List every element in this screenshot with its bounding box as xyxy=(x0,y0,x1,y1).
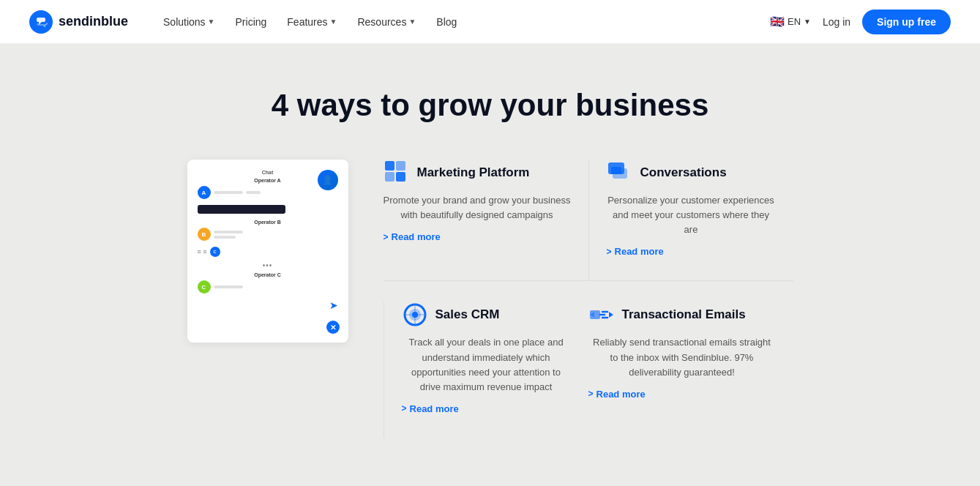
operator-a-section: Operator A A xyxy=(198,178,338,199)
nav-links: Solutions ▼ Pricing Features ▼ Resources… xyxy=(163,16,770,28)
svg-rect-2 xyxy=(396,161,405,171)
chat-lines: ≡ ≡ C xyxy=(198,247,338,257)
marketing-platform-header: Marketing Platform xyxy=(384,160,571,186)
signup-button[interactable]: Sign up free xyxy=(862,10,951,34)
nav-features[interactable]: Features ▼ xyxy=(287,16,337,28)
operator-b-avatar: B xyxy=(198,228,211,241)
marketing-platform-read-more[interactable]: Read more xyxy=(384,231,571,242)
hero-title: 4 ways to grow your business xyxy=(29,88,951,123)
operator-a-line2 xyxy=(246,191,261,194)
operator-c-name: Operator C xyxy=(198,272,338,277)
svg-rect-7 xyxy=(611,167,621,174)
operator-a-row: A xyxy=(198,186,338,199)
feature-transactional-emails: Transactional Emails Reliably send trans… xyxy=(588,302,793,438)
three-dots: ••• xyxy=(198,261,338,269)
send-icon: ➤ xyxy=(198,299,338,311)
sales-crm-title: Sales CRM xyxy=(435,307,500,322)
transactional-emails-read-more[interactable]: Read more xyxy=(588,389,776,400)
chat-illustration: 👤 Chat Operator A A Operator B B xyxy=(187,160,348,343)
chat-label: Chat xyxy=(198,170,338,175)
conversations-desc: Personalize your customer experiences an… xyxy=(607,193,776,237)
operator-a-avatar: A xyxy=(198,186,211,199)
transactional-emails-desc: Reliably send transactional emails strai… xyxy=(588,335,776,379)
features-grid: Marketing Platform Promote your brand an… xyxy=(384,160,793,438)
resources-arrow: ▼ xyxy=(408,18,416,26)
language-selector[interactable]: 🇬🇧 EN ▼ xyxy=(770,15,811,29)
features-arrow: ▼ xyxy=(330,18,337,26)
login-button[interactable]: Log in xyxy=(823,16,850,28)
sales-crm-read-more[interactable]: Read more xyxy=(402,403,571,414)
operator-c-avatar: C xyxy=(198,280,211,294)
conversations-read-more[interactable]: Read more xyxy=(607,246,776,257)
conversations-title: Conversations xyxy=(640,165,727,180)
nav-resources[interactable]: Resources ▼ xyxy=(357,16,416,28)
lang-arrow: ▼ xyxy=(804,18,811,26)
logo[interactable]: sendinblue xyxy=(29,10,128,34)
nav-pricing[interactable]: Pricing xyxy=(236,16,267,28)
logo-icon xyxy=(29,10,53,34)
svg-rect-4 xyxy=(396,172,405,182)
feature-conversations: Conversations Personalize your customer … xyxy=(588,160,793,280)
features-divider xyxy=(384,280,793,281)
logo-text: sendinblue xyxy=(59,14,128,29)
nav-solutions[interactable]: Solutions ▼ xyxy=(163,16,215,28)
top-avatar: 👤 xyxy=(318,170,338,190)
operator-b-row: B xyxy=(198,228,338,241)
marketing-platform-desc: Promote your brand and grow your busines… xyxy=(384,193,571,223)
sales-crm-icon xyxy=(402,302,428,328)
marketing-platform-icon xyxy=(384,160,410,186)
transactional-emails-title: Transactional Emails xyxy=(622,307,746,322)
navbar: sendinblue Solutions ▼ Pricing Features … xyxy=(0,0,980,44)
sales-crm-header: Sales CRM xyxy=(402,302,571,328)
marketing-platform-title: Marketing Platform xyxy=(417,165,530,180)
content-area: 👤 Chat Operator A A Operator B B xyxy=(88,160,893,438)
feature-sales-crm: Sales CRM Track all your deals in one pl… xyxy=(384,302,588,438)
nav-right: 🇬🇧 EN ▼ Log in Sign up free xyxy=(770,10,951,34)
solutions-arrow: ▼ xyxy=(208,18,215,26)
operator-b-section: Operator B B xyxy=(198,220,338,241)
sales-crm-desc: Track all your deals in one place and un… xyxy=(402,335,571,395)
close-circle: ✕ xyxy=(326,321,340,334)
svg-rect-3 xyxy=(385,172,394,182)
dark-bar xyxy=(198,205,285,214)
operator-b-name: Operator B xyxy=(198,220,338,225)
svg-rect-1 xyxy=(385,161,394,171)
conversations-header: Conversations xyxy=(607,160,776,186)
transactional-emails-header: Transactional Emails xyxy=(588,302,776,328)
feature-marketing-platform: Marketing Platform Promote your brand an… xyxy=(384,160,588,280)
operator-c-section: Operator C C xyxy=(198,272,338,294)
operator-c-row: C xyxy=(198,280,338,294)
transactional-emails-icon xyxy=(588,302,615,328)
hero-section: 4 ways to grow your business 👤 Chat Oper… xyxy=(0,44,980,486)
conversations-icon xyxy=(607,160,633,186)
operator-a-name: Operator A xyxy=(198,178,338,183)
operator-a-line xyxy=(214,191,243,194)
nav-blog[interactable]: Blog xyxy=(436,16,457,28)
